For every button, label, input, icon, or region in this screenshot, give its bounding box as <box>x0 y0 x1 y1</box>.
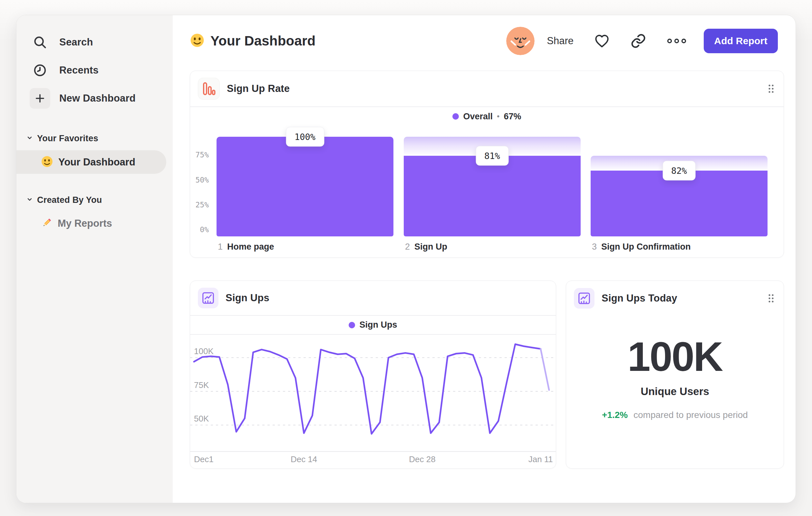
sign-ups-card: Sign Ups Sign Ups 100K75K50KDec1Dec 14De… <box>190 280 556 469</box>
funnel-value-tooltip: 100% <box>286 127 324 147</box>
favorite-heart-icon[interactable] <box>593 33 610 49</box>
line-x-tick: Jan 11 <box>518 454 563 464</box>
line-legend: Sign Ups <box>190 316 556 335</box>
line-y-tick: 75K <box>194 380 209 390</box>
funnel-step-label: 1Home page <box>218 241 274 252</box>
x-axis-line <box>190 451 556 452</box>
sidebar-section-created-by-you[interactable]: Created By You <box>17 191 173 209</box>
page-title: Your Dashboard <box>210 33 315 49</box>
funnel-y-tick: 75% <box>192 151 209 160</box>
line-chart-icon <box>198 288 219 308</box>
more-options-icon[interactable] <box>666 36 687 46</box>
funnel-y-tick: 25% <box>192 200 209 210</box>
app-window: Search Recents New Dashboard <box>16 15 796 503</box>
smiley-emoji-icon <box>41 156 53 169</box>
sidebar-item-search[interactable]: Search <box>17 28 173 56</box>
card-title: Sign Ups <box>226 292 269 304</box>
funnel-canvas: 75%50%25%0%100%1Home page81%2Sign Up82%3… <box>190 71 784 257</box>
legend-label: Sign Ups <box>359 320 397 330</box>
sidebar-item-my-reports[interactable]: My Reports <box>17 211 173 236</box>
line-chart-icon <box>574 288 594 309</box>
sidebar-item-label: Your Dashboard <box>58 156 135 168</box>
line-y-tick: 50K <box>194 414 209 424</box>
card-header: Sign Ups <box>190 281 556 316</box>
delta-percent: +1.2% <box>602 410 628 420</box>
section-title: Your Favorites <box>37 134 98 143</box>
card-header: Sign Ups Today <box>566 281 784 316</box>
sidebar-item-label: Recents <box>59 64 98 76</box>
metric-block: 100K Unique Users +1.2% compared to prev… <box>566 335 784 420</box>
sidebar: Search Recents New Dashboard <box>17 15 173 503</box>
chevron-down-icon <box>26 134 33 143</box>
clock-icon <box>30 60 50 81</box>
smiley-emoji-icon <box>190 33 205 49</box>
funnel-step-label: 2Sign Up <box>405 241 447 252</box>
funnel-bar <box>591 171 767 236</box>
funnel-step-label: 3Sign Up Confirmation <box>592 241 691 252</box>
funnel-bar <box>404 156 581 236</box>
line-x-tick: Dec 28 <box>400 454 445 464</box>
topbar: Your Dashboard Sha <box>190 25 778 57</box>
delta-note: compared to previous period <box>634 410 748 420</box>
share-button[interactable]: Share <box>547 35 574 47</box>
line-x-tick: Dec 14 <box>281 454 326 464</box>
line-y-tick: 100K <box>194 346 214 356</box>
funnel-value-tooltip: 81% <box>475 146 509 165</box>
legend-dot <box>349 322 355 328</box>
funnel-value-tooltip: 82% <box>663 161 696 181</box>
sidebar-item-new-dashboard[interactable]: New Dashboard <box>17 84 173 112</box>
line-chart-plot <box>190 335 555 451</box>
funnel-bar <box>216 137 394 236</box>
sign-ups-today-card: Sign Ups Today 100K Unique Users +1.2% c… <box>566 280 784 469</box>
plus-icon <box>30 88 50 109</box>
funnel-y-tick: 50% <box>192 176 209 185</box>
sidebar-item-label: My Reports <box>58 218 112 229</box>
sidebar-item-recents[interactable]: Recents <box>17 56 173 84</box>
card-title: Sign Ups Today <box>602 293 677 304</box>
add-report-button[interactable]: Add Report <box>704 29 778 53</box>
sidebar-item-label: New Dashboard <box>59 92 136 104</box>
sidebar-item-your-dashboard[interactable]: Your Dashboard <box>17 150 166 174</box>
section-title: Created By You <box>37 195 102 205</box>
pencil-emoji-icon <box>41 217 53 230</box>
funnel-y-tick: 0% <box>192 225 209 235</box>
search-icon <box>30 32 50 53</box>
copy-link-icon[interactable] <box>630 33 646 49</box>
metric-value: 100K <box>566 335 784 378</box>
sign-up-rate-card: Sign Up Rate Overall • 67% 75%50%25%0%10… <box>190 71 784 258</box>
sidebar-section-your-favorites[interactable]: Your Favorites <box>17 130 173 147</box>
metric-label: Unique Users <box>566 385 784 398</box>
drag-handle-icon[interactable] <box>767 293 775 304</box>
avatar[interactable] <box>506 27 534 55</box>
sidebar-item-label: Search <box>59 36 93 48</box>
metric-delta: +1.2% compared to previous period <box>566 410 784 420</box>
line-x-tick: Dec1 <box>194 454 214 464</box>
chevron-down-icon <box>26 195 33 205</box>
